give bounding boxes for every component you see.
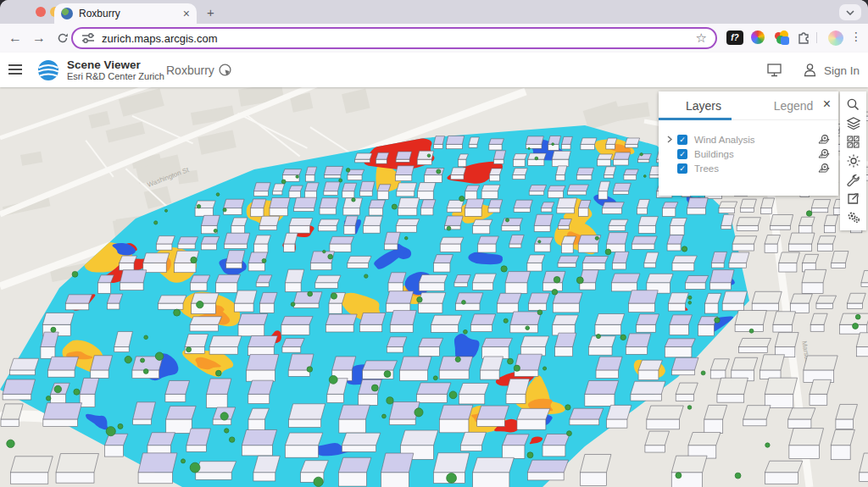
settings-gears-icon[interactable]: [846, 210, 861, 225]
toolbar-separator: [816, 32, 817, 43]
scene-name[interactable]: Roxburry: [166, 64, 214, 77]
cloud-blue-square: [781, 36, 789, 45]
menu-hamburger-icon[interactable]: [8, 64, 22, 75]
layers-icon[interactable]: [846, 115, 861, 130]
zoom-to-layer-icon[interactable]: [818, 148, 830, 159]
forward-button[interactable]: →: [29, 24, 49, 53]
tab-layers[interactable]: Layers: [659, 91, 748, 119]
zoom-to-layer-icon[interactable]: [818, 163, 830, 174]
extension-colorwheel-icon[interactable]: [751, 30, 765, 44]
layer-label[interactable]: Wind Analysis: [694, 135, 818, 145]
browser-tab[interactable]: Roxburry ×: [54, 3, 197, 24]
reload-button[interactable]: [53, 24, 73, 53]
presentation-monitor-icon[interactable]: [767, 64, 782, 77]
user-person-icon[interactable]: [803, 63, 817, 77]
chevron-right-icon[interactable]: [665, 136, 674, 143]
layer-list: ✓ Wind Analysis ✓ Buildings ✓ Trees: [659, 120, 838, 175]
zoom-to-layer-icon[interactable]: [818, 134, 830, 145]
tab-strip: Roxburry × +: [0, 0, 868, 24]
tab-title: Roxburry: [79, 8, 183, 19]
url-text[interactable]: zurich.maps.arcgis.com: [102, 32, 696, 45]
layer-row-wind-analysis[interactable]: ✓ Wind Analysis: [659, 132, 838, 147]
browser-window: Roxburry × + ← → zurich.maps.arcgis.com …: [0, 0, 868, 487]
back-button[interactable]: ←: [5, 24, 25, 53]
reload-icon: [57, 32, 69, 44]
window-close-button[interactable]: [36, 7, 46, 17]
extension-font-badge[interactable]: f?: [726, 30, 743, 45]
extensions-puzzle-icon[interactable]: [797, 30, 810, 44]
layer-label[interactable]: Trees: [694, 163, 818, 174]
site-settings-icon[interactable]: [81, 32, 95, 44]
esri-logo: [37, 59, 59, 81]
profile-avatar[interactable]: [828, 30, 843, 46]
layer-row-buildings[interactable]: ✓ Buildings: [659, 147, 838, 161]
layer-label[interactable]: Buildings: [694, 149, 818, 159]
checkbox-wind-analysis[interactable]: ✓: [677, 135, 687, 145]
daylight-sun-icon[interactable]: [846, 153, 861, 169]
tab-close-icon[interactable]: ×: [183, 8, 190, 19]
tab-search-button[interactable]: [839, 4, 861, 20]
app-subtitle: Esri R&D Center Zurich: [67, 71, 164, 81]
search-icon[interactable]: [846, 97, 861, 112]
scene-status-globe-icon[interactable]: [219, 64, 231, 76]
tab-favicon-globe-icon: [61, 8, 73, 19]
scene-tool-strip: [840, 91, 866, 230]
address-bar[interactable]: zurich.maps.arcgis.com ☆: [71, 27, 717, 49]
basemap-icon[interactable]: [846, 135, 861, 150]
layers-panel: Layers Legend × ✓ Wind Analysis ✓ Buildi…: [659, 91, 838, 196]
new-tab-button[interactable]: +: [207, 6, 214, 19]
extension-drive-icon[interactable]: [774, 30, 789, 45]
browser-menu-icon[interactable]: ⋮: [850, 30, 862, 43]
chevron-down-icon: [846, 10, 854, 15]
sign-in-button[interactable]: Sign In: [824, 64, 860, 77]
app-title: Scene Viewer: [67, 58, 141, 71]
analysis-wrench-icon[interactable]: [846, 172, 861, 187]
checkbox-trees[interactable]: ✓: [677, 163, 687, 174]
layer-row-trees[interactable]: ✓ Trees: [659, 161, 838, 175]
bookmark-star-icon[interactable]: ☆: [696, 30, 707, 46]
panel-tabs: Layers Legend ×: [659, 91, 838, 120]
active-tab-underline: [659, 118, 732, 120]
scene-viewer-header: Scene Viewer Esri R&D Center Zurich Roxb…: [0, 53, 868, 87]
checkbox-buildings[interactable]: ✓: [677, 149, 687, 159]
share-icon[interactable]: [846, 191, 861, 207]
panel-close-icon[interactable]: ×: [823, 97, 831, 111]
